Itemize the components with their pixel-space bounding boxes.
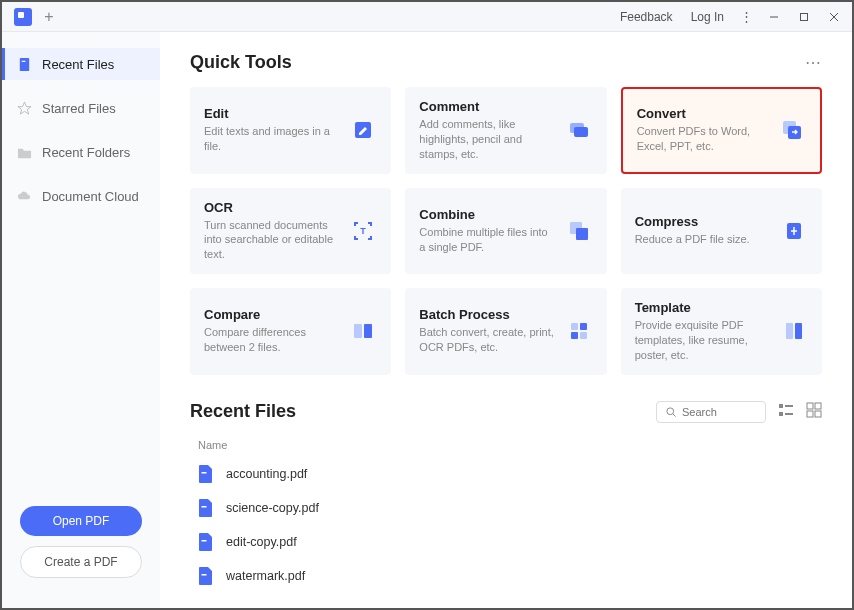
grid-view-icon[interactable]	[806, 402, 822, 422]
svg-text:T: T	[361, 226, 367, 236]
star-icon	[16, 100, 32, 116]
tool-card-edit[interactable]: Edit Edit texts and images in a file.	[190, 87, 391, 174]
sidebar-item-recent-folders[interactable]: Recent Folders	[2, 136, 160, 168]
combine-icon	[565, 217, 593, 245]
kebab-menu-icon[interactable]: ⋮	[734, 5, 758, 29]
svg-rect-18	[571, 323, 578, 330]
svg-rect-23	[795, 323, 802, 339]
svg-rect-26	[779, 404, 783, 408]
svg-rect-16	[354, 324, 362, 338]
file-row[interactable]: edit-copy.pdf	[190, 525, 822, 559]
tool-card-compress[interactable]: Compress Reduce a PDF file size.	[621, 188, 822, 275]
app-logo	[14, 8, 32, 26]
comment-icon	[565, 116, 593, 144]
file-row[interactable]: watermark.pdf	[190, 559, 822, 593]
svg-rect-9	[574, 127, 588, 137]
minimize-button[interactable]	[760, 5, 788, 29]
tool-title: Edit	[204, 106, 341, 121]
search-input[interactable]	[682, 406, 752, 418]
svg-rect-34	[202, 472, 207, 474]
svg-rect-4	[19, 57, 28, 70]
svg-rect-17	[364, 324, 372, 338]
close-button[interactable]	[820, 5, 848, 29]
quick-tools-title: Quick Tools	[190, 52, 292, 73]
file-name: accounting.pdf	[226, 467, 307, 481]
tool-desc: Turn scanned documents into searchable o…	[204, 218, 341, 263]
tool-card-batch[interactable]: Batch Process Batch convert, create, pri…	[405, 288, 606, 375]
sidebar-item-label: Document Cloud	[42, 189, 139, 204]
tool-card-convert[interactable]: Convert Convert PDFs to Word, Excel, PPT…	[621, 87, 822, 174]
feedback-link[interactable]: Feedback	[612, 10, 681, 24]
svg-rect-37	[202, 574, 207, 576]
tool-desc: Compare differences between 2 files.	[204, 325, 341, 355]
list-view-icon[interactable]	[778, 402, 794, 422]
svg-rect-22	[786, 323, 793, 339]
sidebar-item-label: Recent Folders	[42, 145, 130, 160]
svg-rect-19	[580, 323, 587, 330]
svg-rect-27	[785, 405, 793, 407]
svg-rect-32	[807, 411, 813, 417]
content-area: Quick Tools ⋯ Edit Edit texts and images…	[160, 32, 852, 608]
search-box[interactable]	[656, 401, 766, 423]
tool-title: Template	[635, 300, 772, 315]
sidebar-item-recent-files[interactable]: Recent Files	[2, 48, 160, 80]
create-pdf-button[interactable]: Create a PDF	[20, 546, 142, 578]
maximize-button[interactable]	[790, 5, 818, 29]
tool-desc: Reduce a PDF file size.	[635, 232, 772, 247]
svg-line-25	[673, 413, 676, 416]
svg-marker-6	[17, 101, 30, 113]
tool-card-comment[interactable]: Comment Add comments, like highlights, p…	[405, 87, 606, 174]
batch-icon	[565, 317, 593, 345]
tool-card-ocr[interactable]: OCR Turn scanned documents into searchab…	[190, 188, 391, 275]
file-row[interactable]: accounting.pdf	[190, 457, 822, 491]
pdf-file-icon	[198, 499, 214, 517]
login-link[interactable]: Log In	[683, 10, 732, 24]
sidebar-item-label: Starred Files	[42, 101, 116, 116]
svg-rect-21	[580, 332, 587, 339]
pdf-file-icon	[198, 567, 214, 585]
sidebar-item-document-cloud[interactable]: Document Cloud	[2, 180, 160, 212]
cloud-icon	[16, 188, 32, 204]
tool-title: Comment	[419, 99, 556, 114]
tool-card-combine[interactable]: Combine Combine multiple files into a si…	[405, 188, 606, 275]
convert-icon	[778, 116, 806, 144]
tool-title: OCR	[204, 200, 341, 215]
file-row[interactable]: science-copy.pdf	[190, 491, 822, 525]
tool-desc: Edit texts and images in a file.	[204, 124, 341, 154]
file-name: edit-copy.pdf	[226, 535, 297, 549]
tool-card-template[interactable]: Template Provide exquisite PDF templates…	[621, 288, 822, 375]
folder-icon	[16, 144, 32, 160]
file-name: watermark.pdf	[226, 569, 305, 583]
tool-desc: Convert PDFs to Word, Excel, PPT, etc.	[637, 124, 770, 154]
ocr-icon: T	[349, 217, 377, 245]
svg-rect-28	[779, 412, 783, 416]
column-header-name: Name	[190, 433, 822, 457]
pdf-file-icon	[198, 465, 214, 483]
file-icon	[16, 56, 32, 72]
more-icon[interactable]: ⋯	[805, 53, 822, 72]
titlebar: + Feedback Log In ⋮	[2, 2, 852, 32]
file-name: science-copy.pdf	[226, 501, 319, 515]
search-icon	[665, 406, 677, 418]
svg-rect-20	[571, 332, 578, 339]
new-tab-button[interactable]: +	[38, 6, 60, 28]
recent-files-title: Recent Files	[190, 401, 296, 422]
svg-rect-33	[815, 411, 821, 417]
sidebar-item-starred-files[interactable]: Starred Files	[2, 92, 160, 124]
edit-icon	[349, 116, 377, 144]
tool-desc: Batch convert, create, print, OCR PDFs, …	[419, 325, 556, 355]
svg-rect-36	[202, 540, 207, 542]
sidebar-item-label: Recent Files	[42, 57, 114, 72]
open-pdf-button[interactable]: Open PDF	[20, 506, 142, 536]
tool-title: Compress	[635, 214, 772, 229]
tool-desc: Provide exquisite PDF templates, like re…	[635, 318, 772, 363]
tool-title: Batch Process	[419, 307, 556, 322]
tools-grid: Edit Edit texts and images in a file. Co…	[190, 87, 822, 375]
tool-card-compare[interactable]: Compare Compare differences between 2 fi…	[190, 288, 391, 375]
tool-title: Compare	[204, 307, 341, 322]
svg-rect-31	[815, 403, 821, 409]
sidebar: Recent Files Starred Files Recent Folder…	[2, 32, 160, 608]
svg-rect-29	[785, 413, 793, 415]
svg-rect-1	[801, 13, 808, 20]
tool-desc: Combine multiple files into a single PDF…	[419, 225, 556, 255]
